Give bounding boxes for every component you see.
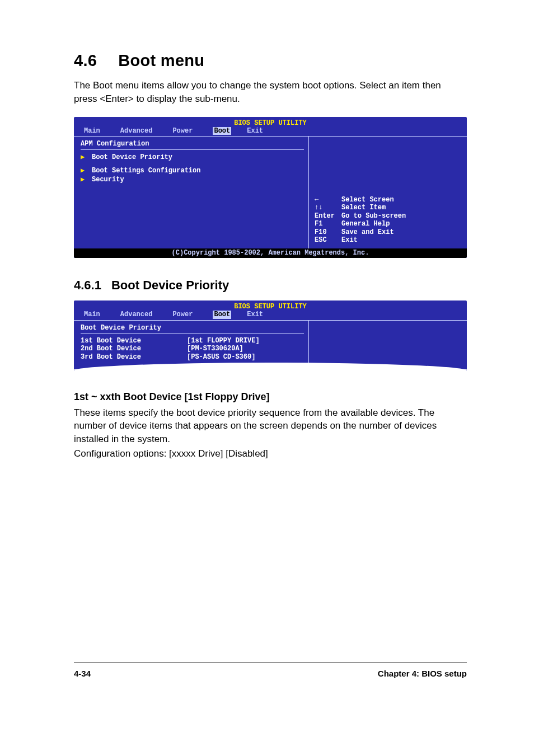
help-row: F10 Save and Exit	[315, 228, 461, 236]
body-paragraph: Configuration options: [xxxxx Drive] [Di…	[74, 447, 467, 461]
boot-device-row[interactable]: 1st Boot Device [1st FLOPPY DRIVE]	[81, 337, 304, 345]
bios-tab-main[interactable]: Main	[84, 311, 105, 318]
boot-device-label: 2nd Boot Device	[81, 345, 187, 353]
bios-title: BIOS SETUP UTILITY	[74, 300, 467, 311]
help-row: ← Select Screen	[315, 196, 461, 204]
topic-heading: 1st ~ xxth Boot Device [1st Floppy Drive…	[74, 391, 467, 403]
subsection-heading: 4.6.1Boot Device Priority	[74, 278, 467, 293]
page-number: 4-34	[74, 669, 91, 678]
boot-device-row[interactable]: 2nd Boot Device [PM-ST330620A]	[81, 345, 304, 353]
triangle-right-icon: ▶	[81, 167, 86, 175]
bios-tab-advanced[interactable]: Advanced	[120, 311, 157, 318]
chapter-label: Chapter 4: BIOS setup	[378, 669, 467, 678]
bios-tab-exit[interactable]: Exit	[247, 127, 268, 135]
boot-device-label: 3rd Boot Device	[81, 353, 187, 361]
bios-tab-power[interactable]: Power	[172, 127, 197, 135]
help-row: Enter Go to Sub-screen	[315, 212, 461, 220]
help-key: ESC	[315, 236, 341, 244]
bios-help-table: ← Select Screen ↑↓ Select Item Enter Go …	[315, 196, 461, 244]
help-desc: Save and Exit	[341, 228, 394, 236]
help-desc: Select Item	[341, 204, 386, 212]
bios-tabs: Main Advanced Power Boot Exit	[74, 311, 467, 320]
bios-tab-boot[interactable]: Boot	[213, 311, 231, 318]
bios-tab-advanced[interactable]: Advanced	[120, 127, 157, 135]
bios-left-panel: APM Configuration ▶ Boot Device Priority…	[74, 137, 309, 248]
help-key: Enter	[315, 212, 341, 220]
bios-screenshot-boot-menu: BIOS SETUP UTILITY Main Advanced Power B…	[74, 117, 467, 258]
bios-section-label: Boot Device Priority	[81, 324, 304, 334]
section-number: 4.6	[74, 51, 97, 70]
help-row: F1 General Help	[315, 220, 461, 228]
bios-copyright: (C)Copyright 1985-2002, American Megatre…	[74, 248, 467, 257]
bios-title: BIOS SETUP UTILITY	[74, 117, 467, 127]
triangle-right-icon: ▶	[81, 153, 86, 161]
page-footer: 4-34 Chapter 4: BIOS setup	[74, 663, 467, 678]
section-title: Boot menu	[118, 51, 204, 69]
bios-right-panel: ← Select Screen ↑↓ Select Item Enter Go …	[309, 137, 467, 248]
subsection-number: 4.6.1	[74, 278, 101, 293]
section-heading: 4.6Boot menu	[74, 51, 467, 70]
bios-tab-boot[interactable]: Boot	[213, 127, 231, 135]
help-row: ESC Exit	[315, 236, 461, 244]
bios-item-label: Security	[92, 176, 124, 184]
help-row: ↑↓ Select Item	[315, 204, 461, 212]
boot-device-row[interactable]: 3rd Boot Device [PS-ASUS CD-S360]	[81, 353, 304, 361]
help-desc: Exit	[341, 236, 358, 244]
bios-section-label: APM Configuration	[81, 140, 304, 149]
help-desc: Select Screen	[341, 196, 394, 204]
boot-device-label: 1st Boot Device	[81, 337, 187, 345]
boot-device-value: [PS-ASUS CD-S360]	[187, 353, 255, 361]
bios-item-boot-device-priority[interactable]: ▶ Boot Device Priority	[81, 153, 304, 161]
boot-device-value: [PM-ST330620A]	[187, 345, 243, 353]
bios-screenshot-boot-priority: BIOS SETUP UTILITY Main Advanced Power B…	[74, 300, 467, 371]
help-key: F10	[315, 228, 341, 236]
boot-device-value: [1st FLOPPY DRIVE]	[187, 337, 260, 345]
help-desc: Go to Sub-screen	[341, 212, 406, 220]
intro-text: The Boot menu items allow you to change …	[74, 79, 467, 106]
bios-item-boot-settings-config[interactable]: ▶ Boot Settings Configuration	[81, 167, 304, 175]
triangle-right-icon: ▶	[81, 176, 86, 184]
help-desc: General Help	[341, 220, 390, 228]
help-key: F1	[315, 220, 341, 228]
bios-item-label: Boot Device Priority	[92, 153, 172, 161]
subsection-title: Boot Device Priority	[111, 278, 229, 292]
bios-tabs: Main Advanced Power Boot Exit	[74, 127, 467, 136]
bios-tab-power[interactable]: Power	[172, 311, 197, 318]
arrow-left-icon: ←	[315, 196, 341, 204]
body-paragraph: These items specify the boot device prio…	[74, 406, 467, 446]
bios-tab-main[interactable]: Main	[84, 127, 105, 135]
bios-item-label: Boot Settings Configuration	[92, 167, 200, 175]
bios-item-security[interactable]: ▶ Security	[81, 176, 304, 184]
bios-tab-exit[interactable]: Exit	[247, 311, 268, 318]
arrow-updown-icon: ↑↓	[315, 204, 341, 212]
